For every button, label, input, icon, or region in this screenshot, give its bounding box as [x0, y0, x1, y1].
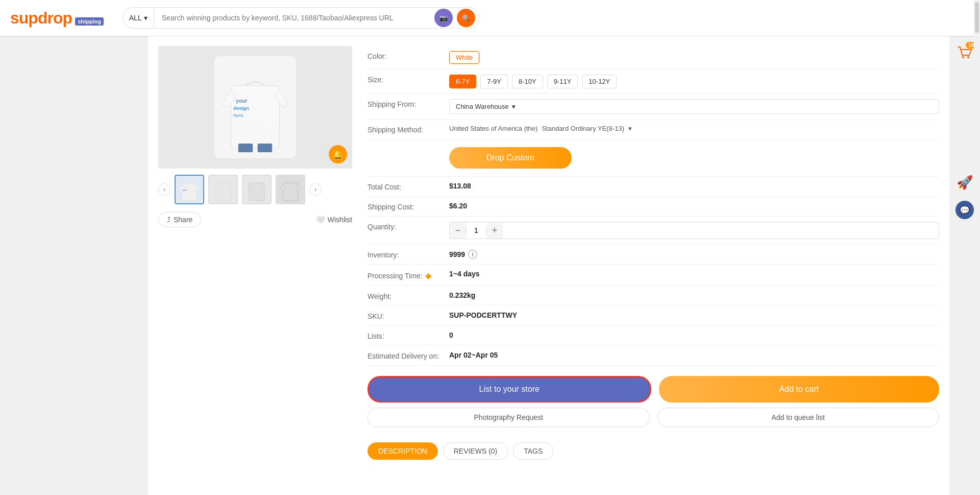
inventory-value: 9999 ℹ	[449, 250, 939, 259]
upload-bell-button[interactable]: 🔔	[329, 145, 347, 163]
sku-value: SUP-PODCERTTWY	[449, 311, 939, 319]
shipping-from-label: Shipping From:	[368, 99, 449, 108]
inventory-row: Inventory: 9999 ℹ	[368, 245, 939, 265]
main-product-image: your design here. 🔔	[158, 46, 352, 169]
drop-custom-button[interactable]: Drop Custom	[449, 147, 572, 169]
lists-value: 0	[449, 331, 939, 339]
drop-custom-area: Drop Custom	[368, 139, 939, 177]
total-cost-label: Total Cost:	[368, 182, 449, 191]
cart-icon-wrapper[interactable]: 19	[957, 46, 972, 62]
tab-description[interactable]: DESCRIPTION	[368, 442, 438, 460]
product-details: Color: White Size: 6-7Y 7-9Y 8-10Y 9-11Y	[368, 46, 939, 485]
photography-request-button[interactable]: Photography Request	[368, 408, 650, 427]
size-btn-67y[interactable]: 6-7Y	[449, 75, 476, 88]
size-options: 6-7Y 7-9Y 8-10Y 9-11Y 10-12Y	[449, 75, 939, 88]
quantity-increase-button[interactable]: +	[486, 222, 503, 239]
svg-point-14	[967, 56, 969, 58]
tab-reviews[interactable]: REVIEWS (0)	[443, 442, 508, 460]
search-button[interactable]: 🔍	[457, 9, 475, 27]
lists-label: Lists:	[368, 331, 449, 340]
logo-shipping-badge: shipping	[75, 17, 104, 26]
color-options: White	[449, 51, 939, 64]
sidebar-left	[0, 36, 148, 495]
thumbnail-1[interactable]: text	[175, 175, 204, 204]
shipping-method-row: Shipping Method: United States of Americ…	[368, 120, 939, 139]
size-btn-1012y[interactable]: 10-12Y	[582, 75, 617, 88]
size-btn-911y[interactable]: 9-11Y	[547, 75, 578, 88]
processing-time-row: Processing Time: ◆ 1~4 days	[368, 265, 939, 286]
main-content: your design here. 🔔	[0, 36, 980, 495]
shipping-cost-row: Shipping Cost: $6.20	[368, 197, 939, 217]
color-btn-white[interactable]: White	[449, 51, 479, 64]
share-button[interactable]: ⤴ Share	[158, 212, 201, 227]
weight-label: Weight:	[368, 291, 449, 300]
weight-value: 0.232kg	[449, 291, 939, 299]
shipping-from-row: Shipping From: China Warehouse ▾	[368, 94, 939, 120]
processing-diamond-icon: ◆	[425, 271, 431, 280]
thumbnail-2[interactable]	[208, 175, 238, 204]
svg-rect-10	[215, 183, 231, 201]
inventory-info-icon[interactable]: ℹ	[468, 250, 477, 259]
next-thumbnail-arrow[interactable]: ›	[309, 183, 322, 196]
estimated-delivery-label: Estimated Delivery on:	[368, 351, 449, 360]
scrollbar-thumb[interactable]	[975, 2, 979, 33]
scrollbar[interactable]	[974, 0, 980, 495]
product-area: your design here. 🔔	[148, 36, 949, 495]
quantity-decrease-button[interactable]: −	[450, 222, 466, 239]
sweater-visual: your design here.	[214, 56, 296, 158]
color-row: Color: White	[368, 46, 939, 69]
search-input[interactable]	[154, 14, 434, 22]
shipping-cost-label: Shipping Cost:	[368, 202, 449, 211]
size-btn-79y[interactable]: 7-9Y	[480, 75, 507, 88]
thumbnail-4[interactable]	[276, 175, 305, 204]
rocket-icon[interactable]: 🚀	[957, 175, 973, 191]
size-btn-810y[interactable]: 8-10Y	[512, 75, 543, 88]
svg-rect-11	[249, 183, 264, 201]
tab-tags[interactable]: TAGS	[513, 442, 553, 460]
logo-text: supdrop	[10, 9, 72, 27]
chat-icon[interactable]: 💬	[955, 201, 974, 219]
header: supdrop shipping ALL ▾ 📷 🔍	[0, 0, 980, 36]
color-label: Color:	[368, 51, 449, 60]
lists-row: Lists: 0	[368, 326, 939, 346]
shipping-from-dropdown[interactable]: China Warehouse ▾	[449, 99, 939, 114]
sweater-svg: your design here.	[219, 61, 291, 153]
sku-row: SKU: SUP-PODCERTTWY	[368, 306, 939, 326]
size-row: Size: 6-7Y 7-9Y 8-10Y 9-11Y 10-12Y	[368, 69, 939, 94]
primary-buttons-row: List to your store Add to cart	[368, 376, 939, 403]
total-cost-value: $13.08	[449, 182, 939, 190]
list-to-store-button[interactable]: List to your store	[368, 376, 651, 403]
weight-row: Weight: 0.232kg	[368, 286, 939, 306]
svg-rect-12	[283, 183, 298, 201]
svg-text:text: text	[183, 188, 187, 192]
estimated-delivery-row: Estimated Delivery on: Apr 02~Apr 05	[368, 346, 939, 366]
sku-label: SKU:	[368, 311, 449, 320]
shipping-cost-value: $6.20	[449, 202, 939, 210]
quantity-row: Quantity: − +	[368, 217, 939, 245]
svg-text:design: design	[233, 105, 249, 111]
search-all-dropdown[interactable]: ALL ▾	[123, 8, 154, 28]
search-icons: 📷 🔍	[434, 9, 479, 27]
size-label: Size:	[368, 75, 449, 84]
svg-point-13	[962, 56, 964, 58]
svg-rect-8	[182, 183, 197, 201]
wishlist-button[interactable]: 🤍 Wishlist	[316, 216, 352, 224]
svg-rect-7	[258, 144, 272, 152]
shipping-method-value: United States of America (the) Standard …	[449, 125, 939, 132]
thumbnails-list: text	[175, 175, 305, 204]
add-to-queue-button[interactable]: Add to queue list	[657, 408, 940, 427]
prev-thumbnail-arrow[interactable]: ‹	[158, 183, 170, 196]
thumbnail-nav: ‹ text	[158, 175, 352, 204]
shipping-method-label: Shipping Method:	[368, 125, 449, 134]
quantity-input[interactable]	[466, 226, 486, 234]
thumbnail-3[interactable]	[242, 175, 272, 204]
shipping-from-value: China Warehouse ▾	[449, 99, 939, 114]
svg-rect-6	[238, 144, 253, 152]
search-bar: ALL ▾ 📷 🔍	[122, 7, 480, 29]
secondary-buttons-row: Photography Request Add to queue list	[368, 408, 939, 427]
camera-search-button[interactable]: 📷	[434, 9, 453, 27]
inventory-label: Inventory:	[368, 250, 449, 259]
bottom-buttons: List to your store Add to cart Photograp…	[368, 366, 939, 432]
add-to-cart-button[interactable]: Add to cart	[659, 376, 940, 403]
svg-text:here.: here.	[233, 112, 244, 118]
